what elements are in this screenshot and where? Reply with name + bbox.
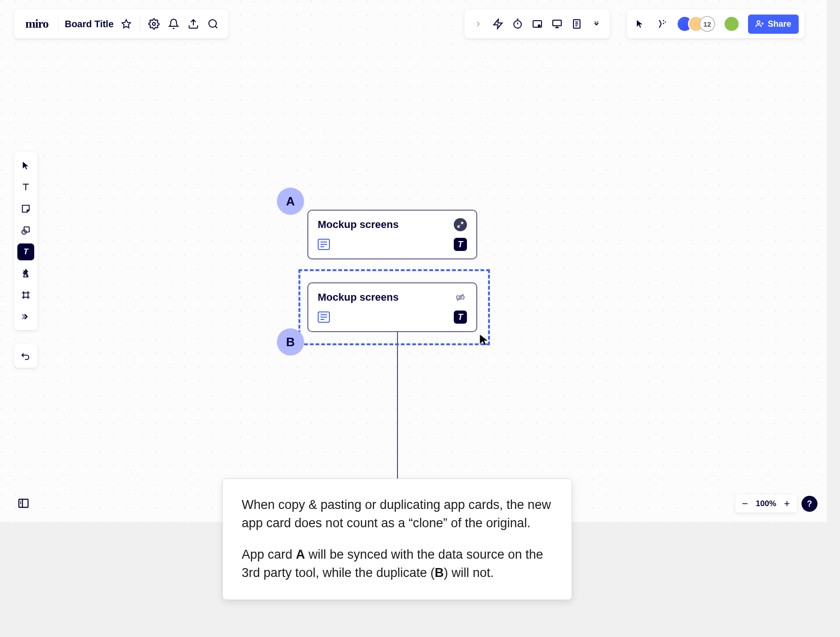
zoom-in-button[interactable]: + [781,498,793,510]
timer-icon[interactable] [508,14,527,34]
svg-line-18 [663,20,664,21]
settings-icon[interactable] [144,14,164,34]
zoom-controls: − 100% + [735,495,797,513]
explanation-paragraph-2: App card A will be synced with the data … [242,546,553,582]
unlink-icon[interactable] [454,291,467,304]
export-icon[interactable] [183,14,203,34]
app-card-tool[interactable]: T [17,243,34,260]
lightning-icon[interactable] [488,14,508,34]
svg-text:T: T [23,247,29,256]
divider [140,15,140,32]
text-tool[interactable] [16,176,35,198]
select-tool[interactable] [16,155,35,176]
description-icon [318,239,330,250]
shape-tool[interactable] [16,220,35,241]
svg-rect-11 [553,20,561,26]
svg-line-20 [663,23,664,24]
top-share-toolbar: 12 Share [627,9,804,38]
current-user-avatar[interactable] [724,16,740,32]
card-title: Mockup screens [318,219,398,231]
frame-tool[interactable] [16,284,35,306]
svg-point-21 [757,21,760,23]
explanation-callout: When copy & pasting or duplicating app c… [222,478,572,600]
cursor-icon [478,333,491,348]
svg-rect-26 [24,227,29,232]
more-tools[interactable] [16,306,35,327]
more-icon[interactable] [587,14,606,34]
left-tool-toolbar: T [14,152,38,330]
undo-button[interactable] [16,347,35,365]
app-card-b[interactable]: Mockup screens T [307,282,477,332]
help-button[interactable]: ? [802,496,817,512]
avatar-overflow-count[interactable]: 12 [699,16,715,32]
share-button[interactable]: Share [748,15,799,34]
share-button-label: Share [768,19,791,29]
search-icon[interactable] [203,14,223,34]
divider [58,15,58,32]
description-icon [318,311,330,323]
slides-panel-toggle[interactable] [14,494,33,513]
svg-point-3 [209,20,216,27]
undo-toolbar [14,344,38,368]
notifications-icon[interactable] [164,14,183,34]
svg-point-10 [538,25,540,27]
zoom-out-button[interactable]: − [739,498,751,510]
svg-line-4 [215,26,217,28]
reactions-icon[interactable] [652,14,672,34]
connector-line [397,328,398,478]
app-card-a[interactable]: Mockup screens T [307,210,477,259]
pen-tool[interactable] [16,263,35,284]
board-title[interactable]: Board Title [62,19,116,30]
label-badge-b: B [277,328,304,356]
collaborator-avatars[interactable]: 12 [677,16,715,32]
canvas[interactable]: miro Board Title [0,0,827,522]
explanation-paragraph-1: When copy & pasting or duplicating app c… [242,496,553,532]
notes-icon[interactable] [567,14,587,34]
sticky-note-tool[interactable] [16,198,35,220]
integration-badge-icon: T [454,238,467,251]
zoom-level[interactable]: 100% [756,499,776,508]
comments-icon[interactable] [527,14,547,34]
chevron-right-icon[interactable] [468,14,488,34]
svg-marker-5 [494,19,502,29]
integration-badge-icon: T [454,311,467,324]
top-left-toolbar: miro Board Title [14,9,229,38]
card-title: Mockup screens [318,291,398,303]
presentation-icon[interactable] [547,14,567,34]
expand-icon[interactable] [454,218,467,231]
top-collab-toolbar [465,9,610,38]
label-badge-a: A [277,188,304,215]
svg-marker-0 [122,20,130,28]
star-icon[interactable] [116,14,136,34]
cursor-icon[interactable] [631,14,650,34]
svg-point-1 [153,23,155,25]
miro-logo[interactable]: miro [20,17,54,31]
